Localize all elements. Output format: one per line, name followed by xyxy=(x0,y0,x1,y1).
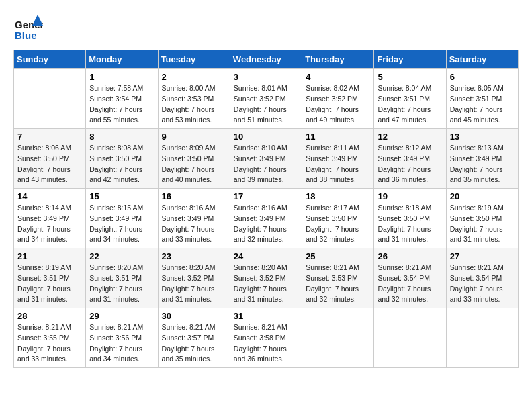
day-cell xyxy=(374,308,446,368)
day-cell: 25Sunrise: 8:21 AMSunset: 3:53 PMDayligh… xyxy=(302,248,374,308)
day-number: 20 xyxy=(450,191,515,201)
cell-info: Sunrise: 8:16 AMSunset: 3:49 PMDaylight:… xyxy=(162,203,226,245)
day-cell: 10Sunrise: 8:10 AMSunset: 3:49 PMDayligh… xyxy=(230,129,302,189)
day-cell: 6Sunrise: 8:05 AMSunset: 3:51 PMDaylight… xyxy=(446,69,518,129)
day-cell: 22Sunrise: 8:20 AMSunset: 3:51 PMDayligh… xyxy=(86,248,158,308)
day-cell: 20Sunrise: 8:19 AMSunset: 3:50 PMDayligh… xyxy=(446,189,518,248)
day-number: 15 xyxy=(89,191,154,201)
day-number: 28 xyxy=(17,311,82,321)
cell-info: Sunrise: 8:00 AMSunset: 3:53 PMDaylight:… xyxy=(162,83,226,126)
day-cell: 11Sunrise: 8:11 AMSunset: 3:49 PMDayligh… xyxy=(302,129,374,189)
day-number: 19 xyxy=(378,191,442,201)
cell-info: Sunrise: 8:20 AMSunset: 3:51 PMDaylight:… xyxy=(89,263,154,305)
day-cell: 23Sunrise: 8:20 AMSunset: 3:52 PMDayligh… xyxy=(158,248,230,308)
day-number: 11 xyxy=(306,132,370,142)
cell-info: Sunrise: 8:08 AMSunset: 3:50 PMDaylight:… xyxy=(89,143,154,185)
cell-info: Sunrise: 8:10 AMSunset: 3:49 PMDaylight:… xyxy=(234,143,298,185)
day-number: 27 xyxy=(450,251,515,261)
week-row-2: 7Sunrise: 8:06 AMSunset: 3:50 PMDaylight… xyxy=(14,129,519,189)
col-header-friday: Friday xyxy=(374,50,446,69)
cell-info: Sunrise: 8:15 AMSunset: 3:49 PMDaylight:… xyxy=(89,203,154,245)
day-number: 29 xyxy=(89,311,154,321)
day-number: 3 xyxy=(234,72,298,82)
day-cell: 9Sunrise: 8:09 AMSunset: 3:50 PMDaylight… xyxy=(158,129,230,189)
day-cell: 31Sunrise: 8:21 AMSunset: 3:58 PMDayligh… xyxy=(230,308,302,368)
day-cell: 16Sunrise: 8:16 AMSunset: 3:49 PMDayligh… xyxy=(158,189,230,248)
logo: General Blue xyxy=(13,13,43,43)
cell-info: Sunrise: 8:20 AMSunset: 3:52 PMDaylight:… xyxy=(162,263,226,305)
day-cell: 13Sunrise: 8:13 AMSunset: 3:49 PMDayligh… xyxy=(446,129,518,189)
day-number: 8 xyxy=(89,132,154,142)
day-cell: 15Sunrise: 8:15 AMSunset: 3:49 PMDayligh… xyxy=(86,189,158,248)
day-cell xyxy=(14,69,86,129)
col-header-monday: Monday xyxy=(86,50,158,69)
day-cell xyxy=(446,308,518,368)
cell-info: Sunrise: 8:21 AMSunset: 3:55 PMDaylight:… xyxy=(17,322,82,365)
day-number: 10 xyxy=(234,132,298,142)
cell-info: Sunrise: 8:20 AMSunset: 3:52 PMDaylight:… xyxy=(234,263,298,305)
day-number: 4 xyxy=(306,72,370,82)
day-cell: 29Sunrise: 8:21 AMSunset: 3:56 PMDayligh… xyxy=(86,308,158,368)
day-cell: 28Sunrise: 8:21 AMSunset: 3:55 PMDayligh… xyxy=(14,308,86,368)
cell-info: Sunrise: 8:05 AMSunset: 3:51 PMDaylight:… xyxy=(450,83,515,126)
calendar-table: SundayMondayTuesdayWednesdayThursdayFrid… xyxy=(13,50,519,368)
cell-info: Sunrise: 8:17 AMSunset: 3:50 PMDaylight:… xyxy=(306,203,370,245)
day-number: 17 xyxy=(234,191,298,201)
svg-text:Blue: Blue xyxy=(15,30,37,41)
day-number: 7 xyxy=(17,132,82,142)
day-number: 21 xyxy=(17,251,82,261)
day-cell: 1Sunrise: 7:58 AMSunset: 3:54 PMDaylight… xyxy=(86,69,158,129)
week-row-3: 14Sunrise: 8:14 AMSunset: 3:49 PMDayligh… xyxy=(14,189,519,248)
logo-icon: General Blue xyxy=(13,13,43,43)
day-number: 18 xyxy=(306,191,370,201)
col-header-thursday: Thursday xyxy=(302,50,374,69)
day-cell: 7Sunrise: 8:06 AMSunset: 3:50 PMDaylight… xyxy=(14,129,86,189)
cell-info: Sunrise: 8:12 AMSunset: 3:49 PMDaylight:… xyxy=(378,143,442,185)
day-cell: 21Sunrise: 8:19 AMSunset: 3:51 PMDayligh… xyxy=(14,248,86,308)
cell-info: Sunrise: 8:21 AMSunset: 3:54 PMDaylight:… xyxy=(378,263,442,305)
day-number: 23 xyxy=(162,251,226,261)
day-cell: 3Sunrise: 8:01 AMSunset: 3:52 PMDaylight… xyxy=(230,69,302,129)
day-number: 26 xyxy=(378,251,442,261)
cell-info: Sunrise: 8:02 AMSunset: 3:52 PMDaylight:… xyxy=(306,83,370,126)
col-header-tuesday: Tuesday xyxy=(158,50,230,69)
day-number: 9 xyxy=(162,132,226,142)
cell-info: Sunrise: 8:21 AMSunset: 3:54 PMDaylight:… xyxy=(450,263,515,305)
day-cell: 12Sunrise: 8:12 AMSunset: 3:49 PMDayligh… xyxy=(374,129,446,189)
day-number: 22 xyxy=(89,251,154,261)
page-header: General Blue xyxy=(13,13,519,43)
day-number: 24 xyxy=(234,251,298,261)
col-header-sunday: Sunday xyxy=(14,50,86,69)
day-number: 25 xyxy=(306,251,370,261)
day-number: 14 xyxy=(17,191,82,201)
day-number: 30 xyxy=(162,311,226,321)
day-number: 2 xyxy=(162,72,226,82)
week-row-1: 1Sunrise: 7:58 AMSunset: 3:54 PMDaylight… xyxy=(14,69,519,129)
day-number: 6 xyxy=(450,72,515,82)
calendar-header-row: SundayMondayTuesdayWednesdayThursdayFrid… xyxy=(14,50,519,69)
cell-info: Sunrise: 8:09 AMSunset: 3:50 PMDaylight:… xyxy=(162,143,226,185)
day-number: 13 xyxy=(450,132,515,142)
col-header-saturday: Saturday xyxy=(446,50,518,69)
day-cell: 2Sunrise: 8:00 AMSunset: 3:53 PMDaylight… xyxy=(158,69,230,129)
day-cell xyxy=(302,308,374,368)
cell-info: Sunrise: 7:58 AMSunset: 3:54 PMDaylight:… xyxy=(89,83,154,126)
cell-info: Sunrise: 8:18 AMSunset: 3:50 PMDaylight:… xyxy=(378,203,442,245)
day-cell: 19Sunrise: 8:18 AMSunset: 3:50 PMDayligh… xyxy=(374,189,446,248)
day-number: 1 xyxy=(89,72,154,82)
day-number: 31 xyxy=(234,311,298,321)
day-cell: 18Sunrise: 8:17 AMSunset: 3:50 PMDayligh… xyxy=(302,189,374,248)
cell-info: Sunrise: 8:16 AMSunset: 3:49 PMDaylight:… xyxy=(234,203,298,245)
cell-info: Sunrise: 8:11 AMSunset: 3:49 PMDaylight:… xyxy=(306,143,370,185)
cell-info: Sunrise: 8:13 AMSunset: 3:49 PMDaylight:… xyxy=(450,143,515,185)
cell-info: Sunrise: 8:21 AMSunset: 3:57 PMDaylight:… xyxy=(162,322,226,365)
week-row-5: 28Sunrise: 8:21 AMSunset: 3:55 PMDayligh… xyxy=(14,308,519,368)
day-cell: 8Sunrise: 8:08 AMSunset: 3:50 PMDaylight… xyxy=(86,129,158,189)
cell-info: Sunrise: 8:06 AMSunset: 3:50 PMDaylight:… xyxy=(17,143,82,185)
day-number: 12 xyxy=(378,132,442,142)
day-cell: 30Sunrise: 8:21 AMSunset: 3:57 PMDayligh… xyxy=(158,308,230,368)
week-row-4: 21Sunrise: 8:19 AMSunset: 3:51 PMDayligh… xyxy=(14,248,519,308)
day-cell: 27Sunrise: 8:21 AMSunset: 3:54 PMDayligh… xyxy=(446,248,518,308)
day-number: 5 xyxy=(378,72,442,82)
day-cell: 5Sunrise: 8:04 AMSunset: 3:51 PMDaylight… xyxy=(374,69,446,129)
